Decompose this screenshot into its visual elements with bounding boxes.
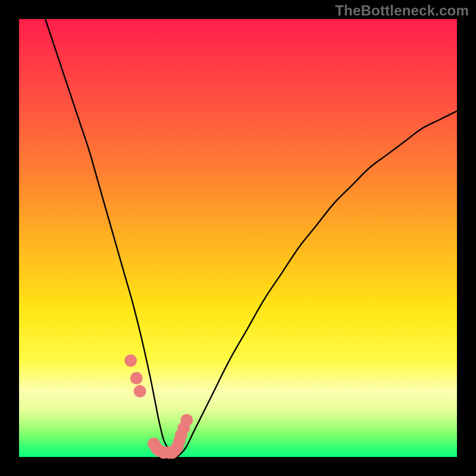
- marker-dot: [180, 414, 193, 427]
- watermark-text: TheBottleneck.com: [335, 2, 469, 19]
- bottleneck-curve-svg: [19, 19, 457, 457]
- curve-markers: [124, 355, 193, 459]
- marker-dot: [134, 385, 146, 397]
- marker-dot: [130, 372, 143, 384]
- chart-frame: TheBottleneck.com: [0, 0, 476, 476]
- marker-dot: [124, 355, 137, 367]
- bottleneck-curve: [45, 19, 457, 458]
- plot-area: [19, 19, 457, 457]
